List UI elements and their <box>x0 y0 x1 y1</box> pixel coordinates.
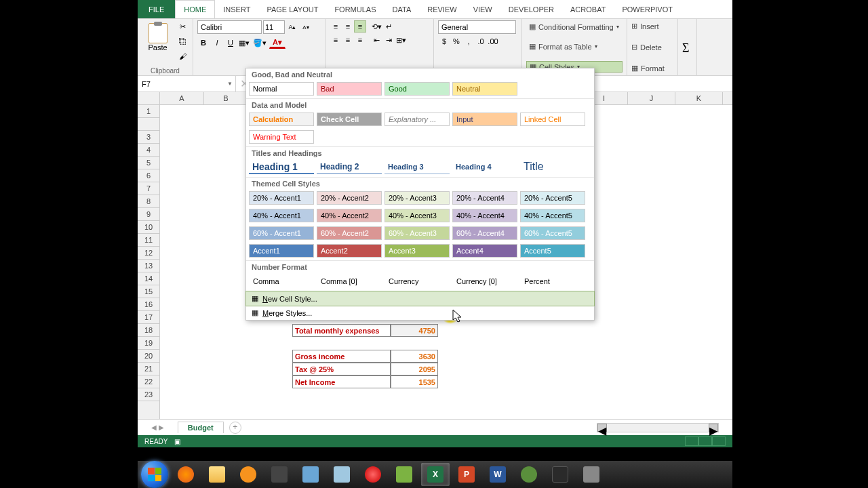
name-box[interactable]: F7▼ <box>138 76 236 92</box>
start-button[interactable] <box>140 463 169 486</box>
style-20-accent1[interactable]: 20% - Accent1 <box>249 191 314 205</box>
style-heading1[interactable]: Heading 1 <box>249 161 314 174</box>
decrease-decimal-icon[interactable]: .00 <box>487 35 499 47</box>
page-break-view-icon[interactable] <box>712 436 726 446</box>
taskbar-powerpoint-icon[interactable]: P <box>452 463 481 486</box>
style-20-accent2[interactable]: 20% - Accent2 <box>317 191 382 205</box>
taskbar-app2-icon[interactable] <box>296 463 325 486</box>
row-header-5[interactable]: 5 <box>138 157 159 169</box>
cell-gross-label[interactable]: Gross income <box>292 350 391 363</box>
row-header-19[interactable]: 19 <box>138 337 159 350</box>
taskbar-excel-icon[interactable]: X <box>421 463 450 486</box>
tab-review[interactable]: REVIEW <box>419 0 465 18</box>
taskbar-app6-icon[interactable] <box>546 463 574 486</box>
cell-gross-val[interactable]: 3630 <box>391 350 438 363</box>
currency-icon[interactable]: $ <box>438 35 450 47</box>
row-header-18[interactable]: 18 <box>138 324 159 337</box>
tab-acrobat[interactable]: ACROBAT <box>562 0 614 18</box>
comma-icon[interactable]: , <box>462 35 475 47</box>
cut-icon[interactable]: ✂ <box>176 20 189 33</box>
row-header-8[interactable]: 8 <box>138 195 159 208</box>
tab-view[interactable]: VIEW <box>465 0 500 18</box>
normal-view-icon[interactable] <box>685 436 698 446</box>
style-nf-comma-0-[interactable]: Comma [0] <box>317 274 382 288</box>
style-40-accent1[interactable]: 40% - Accent1 <box>249 209 314 222</box>
style-check-cell[interactable]: Check Cell <box>317 113 382 126</box>
align-bottom-icon[interactable]: ≡ <box>354 20 366 33</box>
taskbar-explorer-icon[interactable] <box>203 463 231 486</box>
page-layout-view-icon[interactable] <box>698 436 712 446</box>
style-40-accent4[interactable]: 40% - Accent4 <box>452 209 517 222</box>
style-accent4[interactable]: Accent4 <box>452 244 517 258</box>
tab-data[interactable]: DATA <box>384 0 420 18</box>
orientation-icon[interactable]: ⟲▾ <box>370 20 382 33</box>
row-header-13[interactable]: 13 <box>138 260 159 272</box>
style-60-accent1[interactable]: 60% - Accent1 <box>249 226 314 240</box>
col-header-K[interactable]: K <box>675 92 723 104</box>
style-warning-text[interactable]: Warning Text <box>249 130 314 144</box>
taskbar-wmp-icon[interactable] <box>234 463 262 486</box>
increase-indent-icon[interactable]: ⇥ <box>382 34 395 46</box>
style-title[interactable]: Title <box>520 161 585 174</box>
align-left-icon[interactable]: ≡ <box>330 34 342 46</box>
format-painter-icon[interactable]: 🖌 <box>176 50 189 62</box>
style-bad[interactable]: Bad <box>317 82 382 96</box>
wrap-text-icon[interactable]: ↵ <box>382 20 395 33</box>
format-cells-button[interactable]: ▦Format <box>631 64 673 73</box>
align-right-icon[interactable]: ≡ <box>354 34 366 46</box>
style-calculation[interactable]: Calculation <box>249 113 314 126</box>
style-20-accent3[interactable]: 20% - Accent3 <box>384 191 450 205</box>
style-good[interactable]: Good <box>384 82 450 96</box>
align-middle-icon[interactable]: ≡ <box>342 20 354 33</box>
decrease-font-icon[interactable]: A▾ <box>300 21 312 33</box>
style-accent5[interactable]: Accent5 <box>520 244 585 258</box>
style-accent2[interactable]: Accent2 <box>317 244 382 258</box>
row-header-20[interactable]: 20 <box>138 350 159 363</box>
cell-total-exp-label[interactable]: Total monthly expenses <box>292 324 391 337</box>
tab-pagelayout[interactable]: PAGE LAYOUT <box>258 0 326 18</box>
taskbar-app1-icon[interactable] <box>265 463 294 486</box>
taskbar-word-icon[interactable]: W <box>484 463 512 486</box>
style-input[interactable]: Input <box>452 113 517 126</box>
style-40-accent3[interactable]: 40% - Accent3 <box>384 209 450 222</box>
style-accent1[interactable]: Accent1 <box>249 244 314 258</box>
cell-net-val[interactable]: 1535 <box>391 375 438 388</box>
increase-font-icon[interactable]: A▴ <box>286 21 298 33</box>
number-format-combo[interactable] <box>438 20 516 34</box>
style-normal[interactable]: Normal <box>249 82 314 96</box>
horizontal-scrollbar[interactable]: ◀▶ <box>597 423 719 432</box>
tab-formulas[interactable]: FORMULAS <box>326 0 384 18</box>
row-header-9[interactable]: 9 <box>138 208 159 221</box>
style-linked-cell[interactable]: Linked Cell <box>520 113 585 126</box>
cell-net-label[interactable]: Net Income <box>292 375 391 388</box>
row-header-11[interactable]: 11 <box>138 234 159 247</box>
style-20-accent5[interactable]: 20% - Accent5 <box>520 191 585 205</box>
conditional-formatting-button[interactable]: ▦Conditional Formatting▾ <box>526 22 623 32</box>
row-header-14[interactable]: 14 <box>138 272 159 285</box>
percent-icon[interactable]: % <box>450 35 462 47</box>
taskbar-app5-icon[interactable] <box>390 463 418 486</box>
col-header-B[interactable]: B <box>204 92 248 104</box>
cell-tax-label[interactable]: Tax @ 25% <box>292 363 391 375</box>
style-40-accent2[interactable]: 40% - Accent2 <box>317 209 382 222</box>
font-color-icon[interactable]: A▾ <box>269 37 285 49</box>
taskbar-app4-icon[interactable] <box>359 463 387 486</box>
style-heading2[interactable]: Heading 2 <box>317 161 382 174</box>
taskbar-app3-icon[interactable] <box>328 463 356 486</box>
row-header-15[interactable]: 15 <box>138 285 159 298</box>
style-neutral[interactable]: Neutral <box>452 82 517 96</box>
row-header-3[interactable]: 3 <box>138 131 159 144</box>
increase-decimal-icon[interactable]: .0 <box>475 35 487 47</box>
macro-record-icon[interactable]: ▣ <box>174 438 180 445</box>
style-60-accent2[interactable]: 60% - Accent2 <box>317 226 382 240</box>
align-center-icon[interactable]: ≡ <box>342 34 354 46</box>
format-as-table-button[interactable]: ▦Format as Table▾ <box>526 41 623 52</box>
fill-color-icon[interactable]: 🪣▾ <box>252 37 268 49</box>
cell-total-exp-val[interactable]: 4750 <box>391 324 438 337</box>
style-60-accent3[interactable]: 60% - Accent3 <box>384 226 450 240</box>
style-nf-comma[interactable]: Comma <box>249 274 314 288</box>
row-header-7[interactable]: 7 <box>138 182 159 195</box>
tab-home[interactable]: HOME <box>175 0 215 18</box>
add-sheet-button[interactable]: + <box>229 422 241 434</box>
row-header-16[interactable]: 16 <box>138 298 159 311</box>
